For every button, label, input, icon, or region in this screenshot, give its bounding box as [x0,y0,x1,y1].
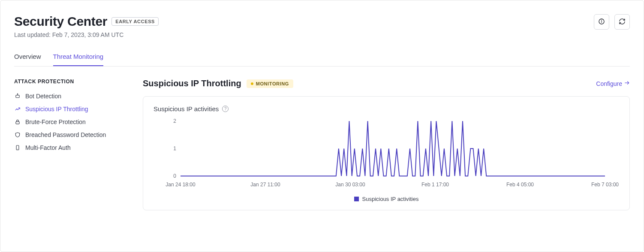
legend-swatch-icon [354,197,359,201]
svg-point-2 [602,20,602,21]
refresh-icon [619,18,626,26]
svg-text:Feb 1 17:00: Feb 1 17:00 [421,182,449,188]
sidebar-item-bot-detection[interactable]: Bot Detection [14,90,126,103]
chart: 012Jan 24 18:00Jan 27 11:00Jan 30 03:00F… [153,118,619,191]
svg-text:Feb 7 03:00: Feb 7 03:00 [591,182,619,188]
help-icon[interactable]: ? [222,106,229,112]
svg-text:Jan 30 03:00: Jan 30 03:00 [335,182,365,188]
svg-point-5 [17,94,18,94]
arrow-right-icon [624,80,630,87]
monitoring-badge-label: MONITORING [256,81,289,86]
sidebar-item-label: Breached Password Detection [25,131,106,138]
tab-threat-monitoring[interactable]: Threat Monitoring [53,53,104,66]
info-icon [598,18,605,26]
sidebar-item-label: Brute-Force Protection [25,118,86,125]
svg-text:Feb 4 05:00: Feb 4 05:00 [506,182,534,188]
svg-rect-6 [16,121,19,124]
lock-icon [14,118,21,125]
svg-text:Jan 24 18:00: Jan 24 18:00 [166,182,196,188]
device-icon [14,144,21,151]
svg-text:1: 1 [173,146,176,152]
svg-text:2: 2 [173,118,176,124]
sidebar-item-label: Multi-Factor Auth [25,144,71,151]
chart-card: Suspicious IP activities ? 012Jan 24 18:… [143,96,630,210]
configure-link[interactable]: Configure [596,80,630,87]
sidebar-heading: ATTACK PROTECTION [14,79,126,85]
sidebar-item-label: Suspicious IP Throttling [25,106,88,112]
status-dot-icon [251,82,253,85]
svg-text:0: 0 [173,173,176,179]
bot-icon [14,93,21,100]
configure-label: Configure [596,80,622,87]
sidebar-item-breached-password[interactable]: Breached Password Detection [14,128,126,141]
refresh-button[interactable] [614,14,630,30]
sidebar-item-label: Bot Detection [25,93,61,100]
legend-label: Suspicious IP activities [362,196,419,202]
sidebar-item-mfa[interactable]: Multi-Factor Auth [14,141,126,154]
early-access-badge: EARLY ACCESS [111,17,159,26]
tab-overview[interactable]: Overview [14,53,41,66]
section-title: Suspicious IP Throttling [143,79,241,88]
svg-rect-3 [16,95,19,98]
chart-title: Suspicious IP activities [153,105,219,112]
shield-icon [14,131,21,138]
tabs: Overview Threat Monitoring [14,53,630,67]
trend-icon [14,106,21,112]
info-button[interactable] [594,14,609,30]
monitoring-badge: MONITORING [247,79,293,88]
chart-legend: Suspicious IP activities [153,196,619,202]
sidebar-item-suspicious-ip[interactable]: Suspicious IP Throttling [14,103,126,115]
svg-text:Jan 27 11:00: Jan 27 11:00 [250,182,280,188]
last-updated: Last updated: Feb 7, 2023, 3:09 AM UTC [14,31,159,38]
page-title: Security Center [14,14,107,29]
sidebar-item-brute-force[interactable]: Brute-Force Protection [14,115,126,128]
